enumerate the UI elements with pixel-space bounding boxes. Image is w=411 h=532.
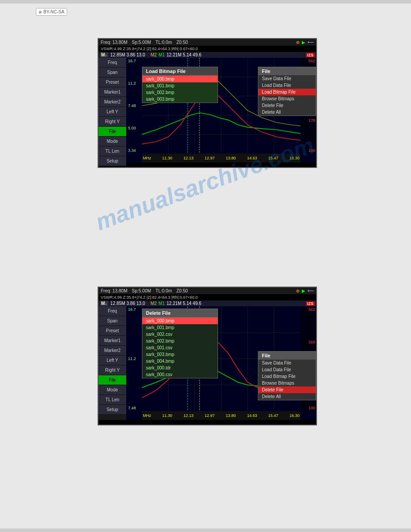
marker-m1b-label: M1 xyxy=(158,52,165,57)
top-bar xyxy=(0,0,411,4)
bottom-bar xyxy=(0,528,411,532)
screen1-file-menu: File Save Data File Load Data File Load … xyxy=(258,67,316,116)
y-right-0: 562 xyxy=(301,59,315,63)
screen2-icons: ⊕ ▶ ⟵ xyxy=(296,288,314,293)
screen1-span: Sp:5.00M xyxy=(132,40,151,45)
screen2-file-delete[interactable]: Delete File xyxy=(258,386,316,393)
screen2-menu-marker1[interactable]: Marker1 xyxy=(98,336,126,346)
screen2-menu-file[interactable]: File xyxy=(98,375,126,385)
screen2-file-browse[interactable]: Browse Bitmaps xyxy=(258,380,316,386)
menu-setup[interactable]: Setup xyxy=(98,156,126,166)
screen2-file-item-2[interactable]: sark_002.csv xyxy=(142,331,218,338)
screen2-menu-mode[interactable]: Mode xyxy=(98,385,126,395)
screen1-load-dialog: Load Bitmap File sark_000.bmp sark_001.b… xyxy=(142,67,218,103)
screen2-x-4: 13.80 xyxy=(225,413,237,418)
screen2-x-5: 14.63 xyxy=(246,413,258,418)
screen1-y-left: 16.7 11.2 7.48 5.00 3.34 xyxy=(127,58,141,154)
menu-preset[interactable]: Preset xyxy=(98,77,126,87)
screen2-file-delete-all[interactable]: Delete All xyxy=(258,393,316,400)
license-text: BY-NC-SA xyxy=(43,9,64,14)
screen2-x-axis: MHz 11.30 12.13 12.97 13.80 14.63 15.47 … xyxy=(142,411,300,420)
menu-marker1[interactable]: Marker1 xyxy=(98,87,126,97)
screen2-file-load-bitmap[interactable]: Load Bitmap File xyxy=(258,373,316,380)
screen2-menu-span[interactable]: Span xyxy=(98,316,126,326)
screen2-marker-m2-label: M2 xyxy=(150,301,157,306)
menu-marker2[interactable]: Marker2 xyxy=(98,97,126,107)
screen2-file-item-7[interactable]: sark_000.tdr xyxy=(142,365,218,371)
screen2-file-item-1[interactable]: sark_001.bmp xyxy=(142,324,218,331)
file-item-0[interactable]: sark_000.bmp xyxy=(142,76,218,82)
marker-m1-label: M↓ xyxy=(100,52,108,57)
screen2-header: Freq: 13.80M Sp:5.00M TL:0.0m Z0:50 ⊕ ▶ … xyxy=(98,287,316,294)
screen2-vswr-text: VSWR:4.99 Z:35.8+j74.2 |Z|:82.4<64.3 |Rh… xyxy=(101,295,198,300)
screen2-menu-right-y[interactable]: Right Y xyxy=(98,365,126,375)
screen2-menu-marker2[interactable]: Marker2 xyxy=(98,346,126,356)
x-6: 15.47 xyxy=(267,156,279,160)
screen2-menu-preset[interactable]: Preset xyxy=(98,326,126,336)
screen1-file-delete[interactable]: Delete File xyxy=(258,102,316,109)
screen1-freq: Freq: 13.80M xyxy=(101,40,127,45)
screen1-file-load-bitmap[interactable]: Load Bitmap File xyxy=(258,89,316,95)
screen2-menu-left-y[interactable]: Left Y xyxy=(98,356,126,365)
screen2-file-item-5[interactable]: sark_003.bmp xyxy=(142,351,218,358)
screen2-file-item-0[interactable]: sark_000.bmp xyxy=(142,317,218,324)
screen2-file-item-3[interactable]: sark_002.bmp xyxy=(142,338,218,344)
screen2-y-left: 16.7 11.2 7.48 xyxy=(127,306,141,411)
y-right-3: 100 xyxy=(301,148,315,153)
screen1-file-delete-all[interactable]: Delete All xyxy=(258,109,316,116)
screen2-file-load-data[interactable]: Load Data File xyxy=(258,366,316,373)
screen1-file-browse[interactable]: Browse Bitmaps xyxy=(258,95,316,102)
screen1-z0: Z0:50 xyxy=(176,40,188,45)
izs-badge: IZS xyxy=(306,53,315,57)
screen2-marker-m2-val: 12.21M 5.14 49.6 xyxy=(167,301,201,306)
screen1-file-load-data[interactable]: Load Data File xyxy=(258,82,316,89)
screen2-file-save[interactable]: Save Data File xyxy=(258,360,316,366)
marker-m1-val: 12.85M 3.86 13.0 xyxy=(110,52,145,57)
screen1: Freq: 13.80M Sp:5.00M TL:0.0m Z0:50 ⊕ ▶ … xyxy=(98,38,317,168)
menu-span[interactable]: Span xyxy=(98,68,126,77)
y-right-2: 178 xyxy=(301,118,315,123)
menu-freq[interactable]: Freq xyxy=(98,58,126,68)
screen2-izs-badge: IZS xyxy=(306,301,315,306)
screen2-menu-tl-len[interactable]: TL Len xyxy=(98,395,126,405)
screen2-file-item-6[interactable]: sark_004.bmp xyxy=(142,358,218,365)
x-2: 12.13 xyxy=(183,156,195,160)
screen1-file-save[interactable]: Save Data File xyxy=(258,75,316,82)
screen1-left-menu: Freq Span Preset Marker1 Marker2 Left Y … xyxy=(98,58,126,163)
screen1-icons: ⊕ ▶ ⟵ xyxy=(296,40,314,45)
screen2-chart: 16.7 11.2 7.48 xyxy=(126,306,316,420)
screen2-menu-setup[interactable]: Setup xyxy=(98,405,126,415)
screen2-span: Sp:5.00M xyxy=(132,288,151,293)
file-item-1[interactable]: sark_001.bmp xyxy=(142,82,218,89)
menu-tl-len[interactable]: TL Len xyxy=(98,146,126,156)
screen2-menu-freq[interactable]: Freq xyxy=(98,306,126,316)
license-badge: ⊕ BY-NC-SA xyxy=(36,8,67,16)
screen1-body: Freq Span Preset Marker1 Marker2 Left Y … xyxy=(98,58,316,163)
screen2-file-item-4[interactable]: sark_001.csv xyxy=(142,344,218,351)
screen2-marker-m1-label: M↓ xyxy=(100,301,108,306)
cc-icon: ⊕ xyxy=(39,10,42,14)
file-item-2[interactable]: sark_002.bmp xyxy=(142,89,218,96)
y-left-0: 16.7 xyxy=(128,59,141,63)
screen2-y-left-2: 7.48 xyxy=(128,406,141,410)
menu-file[interactable]: File xyxy=(98,127,126,137)
screen2-marker-m1b-label: M1 xyxy=(158,301,165,306)
play-icon2: ▶ xyxy=(302,288,305,293)
screen2-marker-m1-val: 12.85M 3.86 13.0 xyxy=(110,301,145,306)
screen2-vswr: VSWR:4.99 Z:35.8+j74.2 |Z|:82.4<64.3 |Rh… xyxy=(98,294,316,300)
x-3: 12.97 xyxy=(204,156,216,160)
menu-right-y[interactable]: Right Y xyxy=(98,117,126,127)
screen2-y-left-1: 11.2 xyxy=(128,356,141,361)
screen2-freq: Freq: 13.80M xyxy=(101,288,127,293)
compass-icon2: ⊕ xyxy=(296,288,300,293)
screen2-x-7: 16.30 xyxy=(288,413,300,418)
file-item-3[interactable]: sark_003.bmp xyxy=(142,96,218,103)
screen2-file-item-8[interactable]: sark_000.csv xyxy=(142,371,218,378)
menu-left-y[interactable]: Left Y xyxy=(98,107,126,117)
menu-mode[interactable]: Mode xyxy=(98,137,126,146)
x-5: 14.63 xyxy=(246,156,258,160)
screen1-chart: 16.7 11.2 7.48 5.00 3.34 xyxy=(126,58,316,163)
compass-icon: ⊕ xyxy=(296,40,300,45)
screen1-file-list: sark_000.bmp sark_001.bmp sark_002.bmp s… xyxy=(142,76,218,103)
screen2: Freq: 13.80M Sp:5.00M TL:0.0m Z0:50 ⊕ ▶ … xyxy=(98,287,317,425)
